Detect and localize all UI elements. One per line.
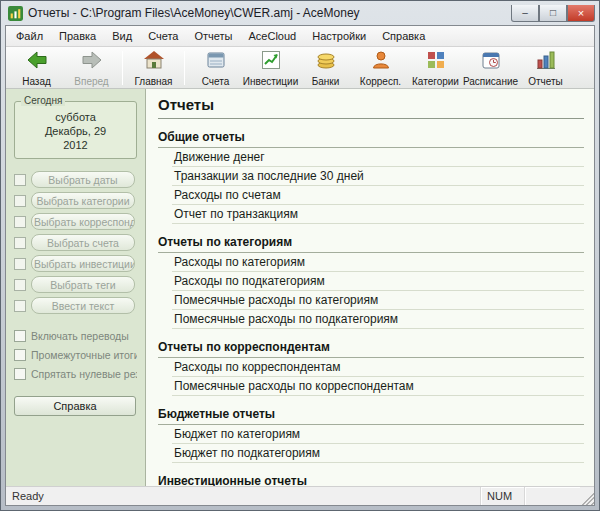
- today-weekday: суббота: [17, 110, 134, 124]
- toolbar-home[interactable]: Главная: [126, 48, 181, 88]
- home-icon: [143, 49, 165, 75]
- back-icon: [26, 49, 48, 75]
- subtotals-checkbox[interactable]: [14, 349, 26, 361]
- include-transfers-option: Включать переводы: [14, 330, 137, 342]
- reports-panel: Отчеты Общие отчеты Движение денег Транз…: [146, 89, 594, 486]
- report-link[interactable]: Помесячные расходы по корреспондентам: [172, 377, 584, 396]
- filter-row: Выбрать категории: [14, 192, 137, 209]
- select-categories-button[interactable]: Выбрать категории: [31, 192, 135, 209]
- toolbar-separator: [122, 51, 123, 85]
- dates-filter-checkbox[interactable]: [14, 174, 26, 186]
- maximize-button[interactable]: □: [539, 5, 567, 22]
- select-tags-button[interactable]: Выбрать теги: [31, 276, 135, 293]
- accounts-icon: [205, 49, 227, 75]
- schedule-icon: [480, 49, 502, 75]
- statusbar: Ready NUM: [6, 486, 594, 505]
- select-payees-button[interactable]: Выбрать корреспондентов: [31, 213, 135, 230]
- accounts-filter-checkbox[interactable]: [14, 237, 26, 249]
- minimize-button[interactable]: –: [511, 5, 539, 22]
- report-link[interactable]: Расходы по счетам: [172, 186, 584, 205]
- toolbar-forward[interactable]: Вперед: [64, 48, 119, 88]
- menubar: Файл Правка Вид Счета Отчеты AceCloud На…: [6, 26, 594, 47]
- investments-icon: [260, 49, 282, 75]
- include-transfers-checkbox[interactable]: [14, 330, 26, 342]
- toolbar-payees[interactable]: Корресп.: [353, 48, 408, 88]
- filter-row: Выбрать корреспондентов: [14, 213, 137, 230]
- report-link[interactable]: Отчет по транзакциям: [172, 205, 584, 224]
- window-title: Отчеты - C:\Program Files\AceMoney\CWER.…: [28, 6, 506, 20]
- toolbar-categories[interactable]: Категории: [408, 48, 463, 88]
- toolbar-investments[interactable]: Инвестиции: [243, 48, 298, 88]
- filter-row: Выбрать даты: [14, 171, 137, 188]
- report-link[interactable]: Бюджет по категориям: [172, 425, 584, 444]
- today-panel: Сегодня суббота Декабрь, 29 2012: [14, 101, 137, 159]
- categories-filter-checkbox[interactable]: [14, 195, 26, 207]
- menu-file[interactable]: Файл: [8, 27, 51, 45]
- app-body: Файл Правка Вид Счета Отчеты AceCloud На…: [5, 25, 595, 506]
- window-controls: – □ ×: [511, 5, 595, 22]
- reports-icon: [535, 49, 557, 75]
- today-panel-label: Сегодня: [21, 95, 65, 106]
- app-icon: [8, 6, 23, 21]
- filter-list: Выбрать даты Выбрать категории Выбрать к…: [14, 171, 137, 314]
- close-button[interactable]: ×: [567, 5, 595, 22]
- today-date: Декабрь, 29: [17, 124, 134, 138]
- status-cell-empty: [524, 487, 580, 505]
- section-heading-budget: Бюджетные отчеты: [158, 405, 584, 425]
- toolbar-back[interactable]: Назад: [9, 48, 64, 88]
- toolbar-banks[interactable]: Банки: [298, 48, 353, 88]
- investments-filter-checkbox[interactable]: [14, 258, 26, 270]
- hide-zero-results-checkbox[interactable]: [14, 368, 26, 380]
- toolbar-reports[interactable]: Отчеты: [518, 48, 573, 88]
- menu-acecloud[interactable]: AceCloud: [241, 27, 305, 45]
- select-dates-button[interactable]: Выбрать даты: [31, 171, 135, 188]
- menu-reports[interactable]: Отчеты: [186, 27, 240, 45]
- section-heading-payees: Отчеты по корреспондентам: [158, 338, 584, 358]
- toolbar-schedule[interactable]: Расписание: [463, 48, 518, 88]
- section-heading-general: Общие отчеты: [158, 128, 584, 148]
- payees-filter-checkbox[interactable]: [14, 216, 26, 228]
- toolbar-accounts[interactable]: Счета: [188, 48, 243, 88]
- toolbar: Назад Вперед Главная Счета Инвестиции: [6, 47, 594, 89]
- content-area: Сегодня суббота Декабрь, 29 2012 Выбрать…: [6, 89, 594, 486]
- banks-icon: [315, 49, 337, 75]
- filter-row: Ввести текст: [14, 297, 137, 314]
- categories-icon: [425, 49, 447, 75]
- resize-grip[interactable]: [580, 487, 594, 505]
- report-link[interactable]: Движение денег: [172, 148, 584, 167]
- report-link[interactable]: Расходы по корреспондентам: [172, 358, 584, 377]
- menu-accounts[interactable]: Счета: [140, 27, 186, 45]
- report-link[interactable]: Помесячные расходы по категориям: [172, 291, 584, 310]
- payees-icon: [370, 49, 392, 75]
- report-link[interactable]: Бюджет по подкатегориям: [172, 444, 584, 463]
- help-button[interactable]: Справка: [14, 396, 136, 416]
- toolbar-separator: [184, 51, 185, 85]
- subtotals-option: Промежуточные итоги: [14, 349, 137, 361]
- filter-row: Выбрать теги: [14, 276, 137, 293]
- status-text: Ready: [6, 490, 480, 502]
- today-year: 2012: [17, 138, 134, 152]
- filter-row: Выбрать счета: [14, 234, 137, 251]
- filter-row: Выбрать инвестиции: [14, 255, 137, 272]
- menu-options[interactable]: Настройки: [304, 27, 374, 45]
- report-link[interactable]: Расходы по подкатегориям: [172, 272, 584, 291]
- report-link[interactable]: Помесячные расходы по подкатегориям: [172, 310, 584, 329]
- text-filter-checkbox[interactable]: [14, 300, 26, 312]
- acemoney-window: Отчеты - C:\Program Files\AceMoney\CWER.…: [0, 0, 600, 511]
- page-title: Отчеты: [158, 96, 584, 119]
- section-heading-categories: Отчеты по категориям: [158, 233, 584, 253]
- menu-view[interactable]: Вид: [104, 27, 140, 45]
- select-investments-button[interactable]: Выбрать инвестиции: [31, 255, 135, 272]
- menu-help[interactable]: Справка: [374, 27, 433, 45]
- report-link[interactable]: Расходы по категориям: [172, 253, 584, 272]
- select-accounts-button[interactable]: Выбрать счета: [31, 234, 135, 251]
- sidebar: Сегодня суббота Декабрь, 29 2012 Выбрать…: [6, 89, 146, 486]
- menu-edit[interactable]: Правка: [51, 27, 104, 45]
- enter-text-button[interactable]: Ввести текст: [31, 297, 135, 314]
- titlebar: Отчеты - C:\Program Files\AceMoney\CWER.…: [1, 1, 599, 25]
- report-link[interactable]: Транзакции за последние 30 дней: [172, 167, 584, 186]
- section-heading-investments: Инвестиционные отчеты: [158, 472, 584, 486]
- num-lock-indicator: NUM: [480, 487, 524, 505]
- forward-icon: [81, 49, 103, 75]
- tags-filter-checkbox[interactable]: [14, 279, 26, 291]
